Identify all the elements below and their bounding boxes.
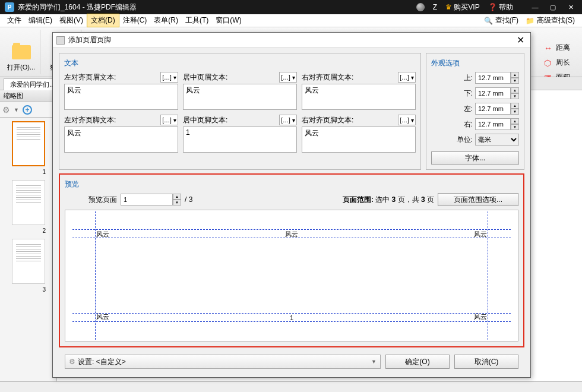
spin-up[interactable]: ▲ bbox=[511, 72, 519, 78]
thumbnail-2[interactable] bbox=[12, 180, 45, 225]
unit-label: 单位: bbox=[456, 135, 473, 145]
folder-icon bbox=[12, 45, 31, 59]
menu-tool[interactable]: 工具(T) bbox=[182, 14, 212, 27]
menu-file[interactable]: 文件 bbox=[4, 14, 25, 27]
margin-right-input[interactable] bbox=[475, 118, 511, 130]
dialog-close-button[interactable]: ✕ bbox=[514, 34, 527, 46]
footer-left-input[interactable] bbox=[64, 127, 178, 153]
dialog-icon bbox=[56, 36, 65, 45]
page-range-options-button[interactable]: 页面范围选项... bbox=[438, 193, 518, 206]
preview-page-label: 预览页面 bbox=[88, 195, 117, 205]
page-range-info: 页面范围: 选中 3 页，共 3 页 bbox=[343, 195, 434, 205]
pv-footer-left: 风云 bbox=[96, 312, 109, 321]
spin-up[interactable]: ▲ bbox=[511, 87, 519, 93]
header-footer-dialog: 添加页眉页脚 ✕ 文本 左对齐页眉文本: […] ▾ bbox=[52, 32, 531, 378]
distance-tool[interactable]: ↔距离 bbox=[539, 40, 582, 55]
gear-icon[interactable]: ⚙ bbox=[2, 105, 10, 115]
thumbnail-num: 1 bbox=[4, 169, 53, 175]
settings-label: 设置: <自定义> bbox=[78, 357, 126, 367]
gear-icon: ⚙ bbox=[69, 358, 75, 366]
preview-canvas: 风云 风云 风云 风云 1 风云 bbox=[65, 210, 518, 342]
cancel-button[interactable]: 取消(C) bbox=[454, 355, 518, 369]
thumbnail-3[interactable] bbox=[12, 239, 45, 284]
pv-footer-center: 1 bbox=[290, 314, 293, 321]
pv-header-right: 风云 bbox=[474, 230, 487, 239]
margin-bottom-input[interactable] bbox=[475, 87, 511, 99]
menu-comment[interactable]: 注释(C) bbox=[119, 14, 151, 27]
user-label[interactable]: Z bbox=[433, 3, 437, 11]
thumbnail-num: 2 bbox=[4, 227, 53, 234]
footer-right-macro-button[interactable]: […] ▾ bbox=[398, 115, 416, 125]
perimeter-tool[interactable]: ⬡周长 bbox=[539, 55, 582, 70]
footer-center-input[interactable] bbox=[183, 127, 297, 153]
dialog-title: 添加页眉页脚 bbox=[68, 35, 514, 45]
dropdown-icon[interactable]: ▼ bbox=[14, 107, 19, 113]
header-left-macro-button[interactable]: […] ▾ bbox=[160, 72, 178, 83]
menu-view[interactable]: 视图(V) bbox=[56, 14, 87, 27]
margin-top-input[interactable] bbox=[475, 72, 511, 84]
thumbnail-1[interactable] bbox=[12, 121, 45, 166]
spin-down[interactable]: ▼ bbox=[511, 93, 519, 99]
globe-icon[interactable] bbox=[416, 3, 425, 11]
footer-center-macro-button[interactable]: […] ▾ bbox=[279, 115, 297, 125]
thumbnail-panel: 缩略图 ⚙ ▼ + 1 2 3 bbox=[0, 90, 57, 381]
perimeter-icon: ⬡ bbox=[544, 58, 553, 68]
header-left-input[interactable] bbox=[64, 84, 178, 110]
margin-top-label: 上: bbox=[456, 73, 473, 83]
appearance-panel: 外观选项 上: ▲▼ 下: ▲▼ 左: ▲▼ 右: ▲▼ bbox=[426, 53, 524, 170]
menu-window[interactable]: 窗口(W) bbox=[212, 14, 245, 27]
buy-vip-button[interactable]: ♛ 购买VIP bbox=[445, 2, 480, 12]
close-button[interactable]: ✕ bbox=[564, 2, 577, 12]
spin-up[interactable]: ▲ bbox=[511, 103, 519, 109]
menu-document[interactable]: 文档(D) bbox=[87, 14, 119, 27]
find-button[interactable]: 🔍 查找(F) bbox=[480, 15, 522, 26]
margin-left-label: 左: bbox=[456, 104, 473, 114]
pv-footer-right: 风云 bbox=[474, 312, 487, 321]
header-right-macro-button[interactable]: […] ▾ bbox=[398, 72, 416, 83]
header-center-macro-button[interactable]: […] ▾ bbox=[279, 72, 297, 83]
preview-panel: 预览 预览页面 ▲▼ / 3 页面范围: 选中 3 页，共 3 页 页面范围选项… bbox=[59, 173, 524, 347]
pv-header-center: 风云 bbox=[285, 230, 298, 239]
spin-down[interactable]: ▼ bbox=[511, 124, 519, 130]
spin-up[interactable]: ▲ bbox=[511, 118, 519, 124]
unit-select[interactable]: 毫米 bbox=[475, 134, 519, 146]
header-right-input[interactable] bbox=[302, 84, 416, 110]
header-right-label: 右对齐页眉文本: bbox=[302, 72, 353, 83]
footer-left-macro-button[interactable]: […] ▾ bbox=[160, 115, 178, 125]
spin-down[interactable]: ▼ bbox=[173, 200, 181, 206]
header-center-input[interactable] bbox=[183, 84, 297, 110]
margin-bottom-label: 下: bbox=[456, 88, 473, 99]
titlebar: P 亲爱的同学们_1604 - 迅捷PDF编辑器 Z ♛ 购买VIP ❓ 帮助 … bbox=[0, 0, 582, 14]
chevron-down-icon: ▼ bbox=[371, 359, 377, 365]
preview-total: / 3 bbox=[185, 195, 192, 204]
spin-up[interactable]: ▲ bbox=[173, 194, 181, 200]
margin-left-input[interactable] bbox=[475, 103, 511, 115]
preview-title: 预览 bbox=[65, 179, 518, 189]
statusbar bbox=[0, 381, 582, 392]
help-button[interactable]: ❓ 帮助 bbox=[488, 2, 513, 12]
footer-right-input[interactable] bbox=[302, 127, 416, 153]
ok-button[interactable]: 确定(O) bbox=[385, 355, 450, 369]
minimize-button[interactable]: — bbox=[529, 2, 542, 12]
add-page-icon[interactable]: + bbox=[23, 105, 32, 115]
footer-center-label: 居中页脚文本: bbox=[183, 115, 227, 125]
spin-down[interactable]: ▼ bbox=[511, 78, 519, 84]
app-logo: P bbox=[5, 2, 14, 12]
margin-right-label: 右: bbox=[456, 119, 473, 129]
footer-right-label: 右对齐页脚文本: bbox=[302, 115, 353, 125]
thumbnail-header: 缩略图 bbox=[0, 90, 56, 102]
open-tool[interactable]: 打开(O)... bbox=[2, 30, 40, 74]
preview-page-input[interactable] bbox=[121, 194, 173, 206]
header-left-label: 左对齐页眉文本: bbox=[64, 72, 116, 83]
menubar: 文件 编辑(E) 视图(V) 文档(D) 注释(C) 表单(R) 工具(T) 窗… bbox=[0, 14, 582, 27]
settings-combo[interactable]: ⚙ 设置: <自定义> ▼ bbox=[65, 355, 381, 369]
advanced-find-button[interactable]: 📁 高级查找(S) bbox=[522, 15, 578, 26]
menu-form[interactable]: 表单(R) bbox=[150, 14, 182, 27]
spin-down[interactable]: ▼ bbox=[511, 109, 519, 115]
maximize-button[interactable]: ▢ bbox=[546, 2, 559, 12]
text-panel: 文本 左对齐页眉文本: […] ▾ 居中页眉文本: […] ▾ bbox=[59, 53, 421, 170]
distance-icon: ↔ bbox=[544, 43, 553, 53]
font-button[interactable]: 字体... bbox=[431, 151, 519, 165]
header-center-label: 居中页眉文本: bbox=[183, 72, 227, 83]
menu-edit[interactable]: 编辑(E) bbox=[25, 14, 56, 27]
